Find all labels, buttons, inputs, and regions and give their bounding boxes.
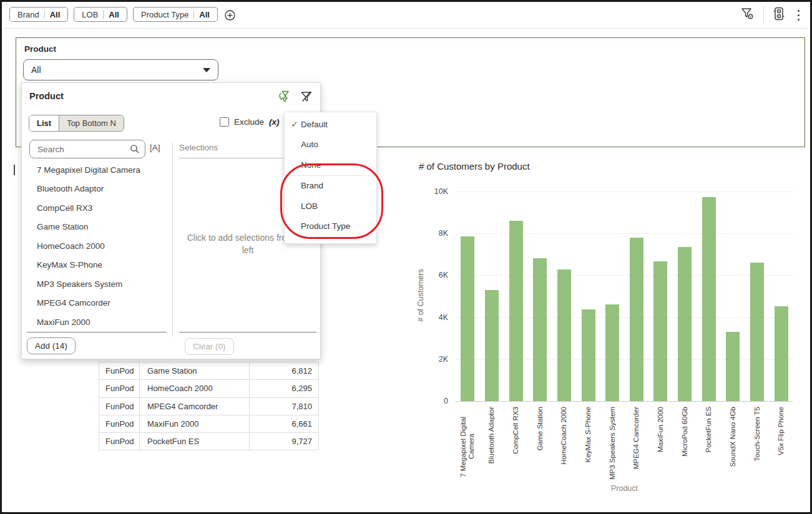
bar-mp3-speakers-system[interactable]	[605, 304, 619, 401]
cell-product: Game Station	[140, 362, 250, 379]
cell-customers: 6,295	[250, 380, 319, 397]
bar-7-megapixel-digital-camera[interactable]	[461, 236, 474, 401]
x-label-slot: KeyMax S-Phone	[576, 407, 600, 489]
dashboard-filter-bar: BrandAllLOBAllProduct TypeAll	[4, 2, 808, 29]
toolbar-divider	[763, 6, 764, 24]
bar-bluetooth-adaptor[interactable]	[485, 290, 499, 401]
list-item-bluetooth-adaptor[interactable]: Bluetooth Adaptor	[29, 180, 170, 199]
add-divider	[27, 332, 167, 332]
list-item-homecoach-2000[interactable]: HomeCoach 2000	[29, 236, 170, 256]
filter-pill-lob[interactable]: LOBAll	[74, 7, 127, 22]
app-canvas: BrandAllLOBAllProduct TypeAll	[0, 0, 812, 514]
search-input[interactable]	[36, 144, 130, 155]
x-axis-title: Product	[456, 484, 793, 493]
bar-chart: # of Customers by Product # of Customers…	[401, 155, 810, 510]
match-case-icon[interactable]: [A]	[150, 143, 160, 152]
y-tick-label: 0	[426, 397, 448, 405]
bar-maxifun-2000[interactable]	[653, 261, 667, 401]
clear-button[interactable]: Clear (0)	[185, 338, 234, 355]
popup-title: Product	[29, 91, 64, 101]
cell-brand: FunPod	[99, 362, 140, 379]
tab-list[interactable]: List	[29, 115, 59, 131]
filter-pill-value: All	[50, 10, 61, 19]
menu-item-label: Auto	[301, 140, 318, 149]
exclude-label: Exclude	[234, 117, 264, 127]
filter-pill-separator	[193, 10, 194, 19]
filter-pill-brand[interactable]: BrandAll	[9, 7, 68, 22]
list-item-mpeg4-camcorder[interactable]: MPEG4 Camcorder	[29, 294, 170, 313]
table-row[interactable]: FunPodPocketFun ES9,727	[99, 433, 319, 450]
table-row[interactable]: FunPodMaxiFun 20006,661	[99, 415, 319, 433]
pinned-filters-icon[interactable]	[773, 7, 785, 23]
x-label-slot: 7 Megapixel Digital Camera	[456, 407, 480, 489]
cell-product: HomeCoach 2000	[140, 380, 250, 397]
list-item-compcell-rx3[interactable]: CompCell RX3	[29, 198, 170, 218]
filter-pill-name: LOB	[82, 10, 98, 19]
bar-game-station[interactable]	[533, 258, 547, 401]
x-label-mpeg4-camcorder: MPEG4 Camcorder	[632, 407, 640, 469]
x-label-slot: V5x Flip Phone	[769, 407, 793, 489]
menu-item-lob[interactable]: LOB	[285, 196, 376, 216]
panel-divider	[172, 142, 173, 337]
y-tick-label: 6K	[426, 271, 448, 279]
x-label-slot: MP3 Speakers System	[600, 407, 625, 489]
limit-values-funnel-icon[interactable]	[278, 90, 291, 105]
y-axis-title: # of Customers	[416, 269, 425, 322]
table-row[interactable]: FunPodHomeCoach 20006,295	[99, 380, 319, 397]
chevron-down-icon	[203, 68, 210, 72]
table-row[interactable]: FunPodMPEG4 Camcorder7,810	[99, 398, 319, 415]
chart-title: # of Customers by Product	[419, 161, 530, 172]
menu-item-brand[interactable]: Brand	[285, 176, 376, 196]
bar-soundx-nano-4gb[interactable]	[726, 332, 740, 401]
filter-pill-separator	[103, 10, 104, 19]
tab-top-bottom-n[interactable]: Top Bottom N	[59, 115, 124, 131]
menu-item-none[interactable]: None	[285, 155, 376, 175]
x-label-compcell-rx3: CompCell RX3	[512, 407, 520, 454]
menu-item-label: Default	[301, 120, 328, 129]
list-item-maxifun-2000[interactable]: MaxiFun 2000	[29, 313, 170, 331]
table-row[interactable]: FunPodGame Station6,812	[99, 362, 319, 380]
x-label-slot: Game Station	[528, 407, 552, 489]
filter-pill-name: Product Type	[141, 10, 188, 19]
add-filter-button[interactable]	[225, 10, 235, 21]
cell-product: MaxiFun 2000	[140, 415, 250, 432]
product-filter-dropdown[interactable]: All	[23, 59, 218, 80]
menu-item-auto[interactable]: Auto	[285, 135, 376, 155]
list-item-game-station[interactable]: Game Station	[29, 218, 170, 237]
menu-item-label: Product Type	[301, 221, 350, 231]
product-filter-popup: Product List Top Bottom N	[21, 82, 321, 359]
bar-compcell-rx3[interactable]	[509, 221, 523, 401]
bar-keymax-s-phone[interactable]	[582, 309, 595, 402]
menu-item-default[interactable]: ✓Default	[285, 114, 376, 135]
x-label-slot: CompCell RX3	[504, 407, 528, 489]
cell-brand: FunPod	[99, 380, 140, 397]
list-item-keymax-s-phone[interactable]: KeyMax S-Phone	[29, 256, 170, 275]
bar-touch-screen-t5[interactable]	[750, 263, 764, 401]
bar-v5x-flip-phone[interactable]	[775, 306, 788, 401]
filter-pill-name: Brand	[17, 10, 39, 19]
bar-micropod-60gb[interactable]	[678, 247, 692, 401]
filter-pill-product-type[interactable]: Product TypeAll	[133, 7, 218, 22]
gridline-4K	[456, 318, 793, 318]
menu-item-product-type[interactable]: Product Type	[285, 216, 376, 237]
list-item-7-megapixel-digital-camera[interactable]: 7 Megapixel Digital Camera	[29, 160, 170, 180]
cell-customers: 9,727	[250, 433, 319, 450]
search-icon	[130, 144, 140, 154]
x-label-slot: MPEG4 Camcorder	[625, 407, 649, 489]
bar-pocketfun-es[interactable]	[702, 197, 716, 401]
y-tick-label: 2K	[426, 355, 448, 364]
kebab-menu-icon[interactable]	[794, 9, 803, 22]
x-label-homecoach-2000: HomeCoach 2000	[560, 407, 568, 465]
list-item-mp3-speakers-system[interactable]: MP3 Speakers System	[29, 274, 170, 294]
gridline-8K	[456, 233, 793, 234]
add-button[interactable]: Add (14)	[27, 337, 76, 354]
bar-mpeg4-camcorder[interactable]	[630, 238, 643, 401]
filter-settings-icon[interactable]	[741, 7, 755, 22]
bar-homecoach-2000[interactable]	[557, 269, 571, 402]
x-label-bluetooth-adaptor: Bluetooth Adaptor	[487, 407, 496, 463]
exclude-checkbox[interactable]	[220, 117, 229, 127]
limit-values-menu: ✓DefaultAutoNoneBrandLOBProduct Type	[284, 112, 377, 244]
x-label-slot: SoundX Nano 4Gb	[721, 407, 745, 489]
x-label-7-megapixel-digital-camera: 7 Megapixel Digital Camera	[459, 407, 476, 487]
clear-filter-icon[interactable]	[300, 90, 313, 105]
